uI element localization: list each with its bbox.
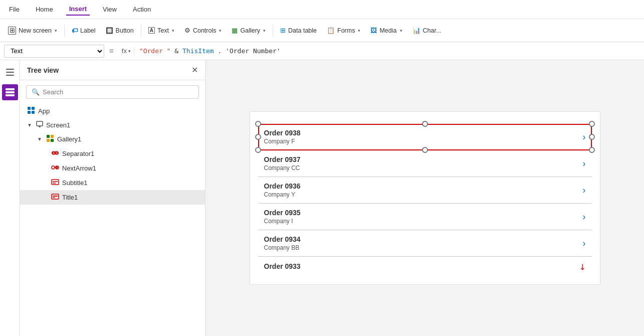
row6-text: Order 0933 bbox=[264, 262, 301, 271]
svg-rect-26 bbox=[52, 194, 59, 199]
formula-fx-button[interactable]: fx ▾ bbox=[119, 47, 134, 55]
svg-point-20 bbox=[52, 166, 55, 169]
main-area: Tree view ✕ 🔍 App bbox=[0, 60, 644, 336]
charts-button[interactable]: 📊 Char... bbox=[408, 24, 446, 37]
tree-item-gallery1[interactable]: ▼ Gallery1 bbox=[20, 132, 205, 146]
formula-thisitem: ThisItem bbox=[182, 47, 214, 55]
tree-item-screen1[interactable]: ▼ Screen1 bbox=[20, 118, 205, 132]
tree-item-nextarrow1[interactable]: NextArrow1 bbox=[20, 161, 205, 176]
label-label: Label bbox=[80, 27, 96, 34]
canvas-area: Order 0938 Company F › Order 0937 Compan… bbox=[205, 60, 644, 336]
nextarrow-tree-icon bbox=[51, 163, 59, 173]
separator-1 bbox=[64, 25, 65, 37]
gallery-button[interactable]: ▦ Gallery ▾ bbox=[228, 24, 270, 37]
gallery-row-4[interactable]: Order 0935 Company I › bbox=[258, 204, 592, 230]
row1-title: Order 0938 bbox=[264, 129, 301, 137]
forms-chevron: ▾ bbox=[358, 28, 360, 33]
text-button[interactable]: A Text ▾ bbox=[144, 25, 178, 37]
media-icon: 🖼 bbox=[370, 27, 377, 34]
row1-arrow: › bbox=[583, 132, 586, 142]
handle-bot-mid[interactable] bbox=[422, 147, 428, 153]
gallery-row-2[interactable]: Order 0937 Company CC › bbox=[258, 150, 592, 177]
button-button[interactable]: 🔲 Button bbox=[102, 25, 138, 37]
tree-item-nextarrow1-label: NextArrow1 bbox=[62, 164, 96, 172]
media-button[interactable]: 🖼 Media ▾ bbox=[366, 24, 406, 37]
row2-title: Order 0937 bbox=[264, 155, 301, 163]
row1-text: Order 0938 Company F bbox=[264, 129, 301, 145]
svg-rect-10 bbox=[37, 121, 43, 126]
new-screen-chevron: ▾ bbox=[55, 28, 57, 33]
new-screen-button[interactable]: ⊞ New screen ▾ bbox=[4, 24, 61, 37]
data-table-button[interactable]: ⊞ Data table bbox=[276, 24, 321, 37]
row5-title: Order 0934 bbox=[264, 235, 301, 243]
gallery-icon: ▦ bbox=[232, 27, 238, 34]
fx-label: fx bbox=[122, 47, 127, 55]
tree-item-screen1-label: Screen1 bbox=[46, 121, 70, 129]
handle-top-mid[interactable] bbox=[422, 121, 428, 127]
button-icon: 🔲 bbox=[106, 27, 113, 34]
menu-view[interactable]: View bbox=[100, 4, 120, 15]
row2-text: Order 0937 Company CC bbox=[264, 155, 301, 172]
handle-top-left[interactable] bbox=[255, 121, 261, 127]
formula-select[interactable]: Text bbox=[4, 45, 104, 58]
gallery-row-1[interactable]: Order 0938 Company F › bbox=[258, 124, 592, 150]
gallery-row-5[interactable]: Order 0934 Company BB › bbox=[258, 230, 592, 257]
menu-file[interactable]: File bbox=[6, 4, 23, 15]
svg-rect-14 bbox=[51, 135, 54, 138]
tree-item-gallery1-label: Gallery1 bbox=[57, 135, 81, 143]
layers-icon[interactable] bbox=[2, 84, 18, 100]
tree-item-title1-label: Title1 bbox=[62, 194, 78, 201]
row2-subtitle: Company CC bbox=[264, 164, 301, 172]
forms-button[interactable]: 📋 Forms ▾ bbox=[323, 24, 364, 37]
svg-rect-1 bbox=[6, 72, 14, 73]
hamburger-menu-icon[interactable] bbox=[2, 64, 18, 80]
tree-item-subtitle1-label: Subtitle1 bbox=[62, 179, 88, 187]
gallery1-chevron: ▼ bbox=[37, 136, 42, 142]
new-screen-icon: ⊞ bbox=[8, 27, 16, 35]
charts-label: Char... bbox=[423, 27, 442, 34]
handle-mid-left[interactable] bbox=[255, 134, 261, 140]
row4-text: Order 0935 Company I bbox=[264, 209, 301, 225]
media-chevron: ▾ bbox=[400, 28, 402, 33]
menu-bar: File Home Insert View Action bbox=[0, 0, 644, 19]
controls-icon: ⚙ bbox=[184, 27, 190, 34]
handle-bot-left[interactable] bbox=[255, 147, 261, 153]
tree-title: Tree view bbox=[27, 66, 59, 74]
subtitle-tree-icon bbox=[51, 178, 59, 188]
new-screen-label: New screen bbox=[19, 27, 52, 34]
row4-title: Order 0935 bbox=[264, 209, 301, 217]
controls-button[interactable]: ⚙ Controls ▾ bbox=[180, 24, 226, 37]
tree-item-app-label: App bbox=[38, 107, 50, 115]
sidebar-icons bbox=[0, 60, 20, 336]
handle-bot-right[interactable] bbox=[589, 147, 595, 153]
gallery-chevron: ▾ bbox=[263, 28, 266, 33]
handle-top-right[interactable] bbox=[589, 121, 595, 127]
row3-text: Order 0936 Company Y bbox=[264, 182, 301, 198]
menu-insert[interactable]: Insert bbox=[66, 3, 90, 16]
tree-item-separator1-label: Separator1 bbox=[62, 150, 94, 157]
controls-label: Controls bbox=[193, 27, 217, 34]
menu-home[interactable]: Home bbox=[33, 4, 56, 15]
screen-icon bbox=[36, 121, 43, 129]
gallery-row-3[interactable]: Order 0936 Company Y › bbox=[258, 177, 592, 204]
row3-subtitle: Company Y bbox=[264, 191, 301, 198]
tree-item-separator1[interactable]: Separator1 bbox=[20, 146, 205, 161]
handle-mid-right[interactable] bbox=[589, 134, 595, 140]
separator-2 bbox=[141, 25, 141, 37]
formula-property: 'Order Number' bbox=[226, 47, 281, 55]
search-input[interactable] bbox=[43, 88, 193, 96]
tree-item-subtitle1[interactable]: Subtitle1 bbox=[20, 176, 205, 190]
tree-item-title1[interactable]: Title1 bbox=[20, 190, 205, 205]
tree-close-button[interactable]: ✕ bbox=[191, 65, 198, 75]
forms-icon: 📋 bbox=[327, 27, 335, 34]
row5-arrow: › bbox=[583, 238, 586, 249]
row3-title: Order 0936 bbox=[264, 182, 301, 190]
formula-string: "Order " bbox=[139, 47, 171, 55]
menu-action[interactable]: Action bbox=[130, 4, 154, 15]
tree-item-app[interactable]: App bbox=[20, 104, 205, 118]
forms-label: Forms bbox=[337, 27, 355, 34]
controls-chevron: ▾ bbox=[219, 28, 222, 33]
label-button[interactable]: 🏷 Label bbox=[68, 25, 100, 37]
svg-rect-23 bbox=[52, 180, 59, 185]
gallery-row-6[interactable]: Order 0933 ↘ bbox=[258, 257, 592, 276]
